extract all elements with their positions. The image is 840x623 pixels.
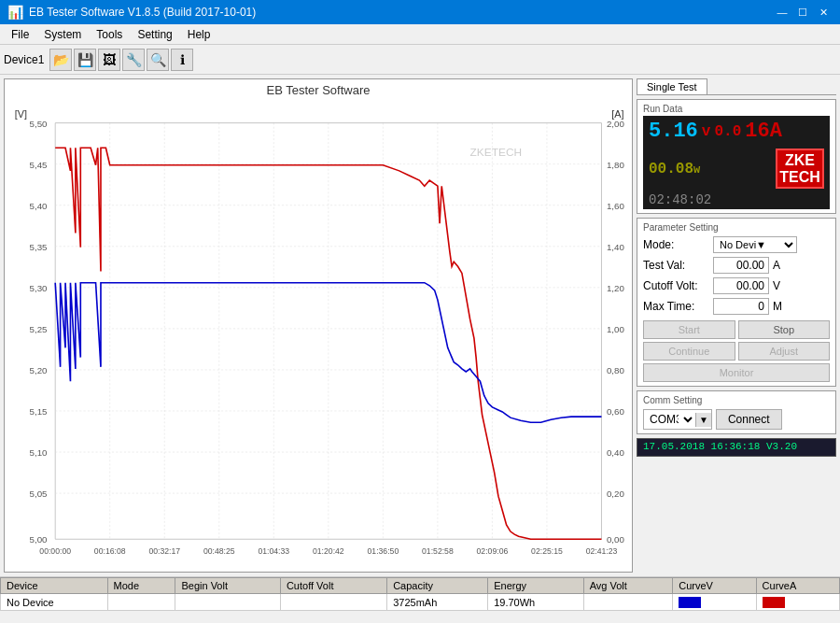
continue-button[interactable]: Continue <box>643 342 735 361</box>
param-buttons: Start Stop Continue Adjust Monitor <box>643 320 830 382</box>
svg-text:00:16:08: 00:16:08 <box>94 546 126 556</box>
zke-logo: ZKETECH <box>776 149 824 189</box>
screenshot-button[interactable]: 🖼 <box>98 49 120 71</box>
tab-bar: Single Test <box>637 78 836 95</box>
comm-setting-box: Comm Setting COM3 ▼ Connect <box>637 390 836 434</box>
table-row: No Device 3725mAh 19.70Wh <box>1 594 840 611</box>
col-avg-volt: Avg Volt <box>583 578 673 594</box>
svg-text:00:32:17: 00:32:17 <box>148 546 180 556</box>
close-button[interactable]: ✕ <box>814 3 833 21</box>
run-data-time: 02:48:02 <box>643 191 830 209</box>
toolbar: Device1 📂 💾 🖼 🔧 🔍 ℹ <box>0 45 840 75</box>
col-curvev: CurveV <box>673 578 756 594</box>
settings-button[interactable]: 🔧 <box>122 49 145 71</box>
run-data-label: Run Data <box>643 104 830 114</box>
param-cutoff-input[interactable] <box>713 277 769 294</box>
info-button[interactable]: ℹ <box>171 49 193 71</box>
param-testval-unit: A <box>773 259 780 272</box>
param-maxtime-unit: M <box>773 300 782 313</box>
svg-text:5,30: 5,30 <box>30 283 48 293</box>
run-current-val: 0.0 <box>714 123 741 140</box>
svg-text:5,35: 5,35 <box>30 242 48 252</box>
menu-system[interactable]: System <box>36 26 89 43</box>
param-cutoff-unit: V <box>773 279 780 292</box>
watermark-text: ZKETECH <box>470 147 523 159</box>
svg-text:00:00:00: 00:00:00 <box>39 546 71 556</box>
col-device: Device <box>1 578 108 594</box>
svg-text:0,00: 0,00 <box>607 535 624 545</box>
adjust-button[interactable]: Adjust <box>738 342 831 361</box>
right-panel: Single Test Run Data 5.16 v 0.0 16A 00.0… <box>635 75 840 576</box>
menu-setting[interactable]: Setting <box>130 26 179 43</box>
row-energy: 19.70Wh <box>488 594 584 611</box>
row-begin-volt <box>175 594 280 611</box>
param-maxtime-label: Max Time: <box>643 300 713 313</box>
log-text: 17.05.2018 16:36:18 V3.20 <box>643 441 797 452</box>
chart-inner: [V] [A] ZKETECH <box>5 99 632 568</box>
param-setting-label: Parameter Setting <box>643 222 830 233</box>
svg-text:01:36:50: 01:36:50 <box>368 546 399 556</box>
row-cutoff-volt <box>280 594 386 611</box>
param-testval-input[interactable] <box>713 257 769 274</box>
svg-text:5,05: 5,05 <box>30 488 48 499</box>
run-voltage: 5.16 <box>649 120 698 143</box>
svg-text:5,25: 5,25 <box>30 324 48 334</box>
chart-container: EB Tester Software [V] [A] ZKETECH <box>4 78 633 573</box>
col-curvea: CurveA <box>756 578 839 594</box>
bottom-table: Device Mode Begin Volt Cutoff Volt Capac… <box>0 577 840 611</box>
param-testval-label: Test Val: <box>643 259 713 272</box>
menu-tools[interactable]: Tools <box>89 26 130 43</box>
tab-single-test[interactable]: Single Test <box>637 78 707 94</box>
comm-port-select-wrap[interactable]: COM3 ▼ <box>643 409 712 430</box>
svg-text:01:04:33: 01:04:33 <box>258 546 289 556</box>
svg-text:01:52:58: 01:52:58 <box>422 546 454 556</box>
svg-text:0,60: 0,60 <box>607 406 624 417</box>
param-maxtime-input[interactable] <box>713 298 769 315</box>
svg-text:5,00: 5,00 <box>30 535 48 545</box>
param-maxtime-row: Max Time: M <box>643 298 830 315</box>
svg-text:5,20: 5,20 <box>30 365 48 375</box>
col-energy: Energy <box>488 578 584 594</box>
bottom-bar: Device Mode Begin Volt Cutoff Volt Capac… <box>0 576 840 623</box>
param-mode-select[interactable]: No Devi▼ <box>713 236 797 253</box>
svg-text:2,00: 2,00 <box>607 119 624 129</box>
row-capacity: 3725mAh <box>387 594 488 611</box>
comm-dropdown-icon[interactable]: ▼ <box>695 413 711 427</box>
minimize-button[interactable]: — <box>773 3 791 21</box>
col-mode: Mode <box>107 578 175 594</box>
title-bar: 📊 EB Tester Software V1.8.5 (Build 2017-… <box>0 0 840 24</box>
svg-text:5,15: 5,15 <box>30 406 48 417</box>
comm-port-select[interactable]: COM3 <box>644 410 695 429</box>
svg-text:1,60: 1,60 <box>607 201 624 211</box>
svg-text:1,40: 1,40 <box>607 242 624 252</box>
curvev-swatch <box>679 597 701 608</box>
maximize-button[interactable]: ☐ <box>793 3 812 21</box>
run-data-display: 5.16 v 0.0 16A <box>643 116 830 147</box>
curvea-swatch <box>763 597 785 608</box>
row-mode <box>107 594 175 611</box>
monitor-button[interactable]: Monitor <box>643 363 830 382</box>
svg-text:1,80: 1,80 <box>607 160 624 170</box>
save-button[interactable]: 💾 <box>74 49 96 71</box>
menu-bar: File System Tools Setting Help <box>0 24 840 45</box>
run-current-unit: 16A <box>745 120 782 143</box>
open-button[interactable]: 📂 <box>49 49 72 71</box>
parameter-setting-box: Parameter Setting Mode: No Devi▼ Test Va… <box>637 218 836 387</box>
svg-text:0,20: 0,20 <box>607 488 624 499</box>
svg-text:02:41:23: 02:41:23 <box>586 546 618 556</box>
run-volt-unit: v <box>702 123 711 140</box>
svg-text:00:48:25: 00:48:25 <box>203 546 235 556</box>
col-cutoff-volt: Cutoff Volt <box>280 578 386 594</box>
svg-text:5,40: 5,40 <box>30 201 48 211</box>
row-device: No Device <box>1 594 108 611</box>
search-button[interactable]: 🔍 <box>147 49 169 71</box>
log-box: 17.05.2018 16:36:18 V3.20 <box>637 438 836 457</box>
connect-button[interactable]: Connect <box>716 409 782 430</box>
chart-svg: [V] [A] ZKETECH <box>5 99 632 568</box>
menu-help[interactable]: Help <box>180 26 218 43</box>
start-button[interactable]: Start <box>643 320 735 339</box>
svg-text:01:20:42: 01:20:42 <box>313 546 344 556</box>
run-data-row2: 00.08w ZKETECH <box>643 147 830 191</box>
menu-file[interactable]: File <box>4 26 36 43</box>
stop-button[interactable]: Stop <box>738 320 831 339</box>
